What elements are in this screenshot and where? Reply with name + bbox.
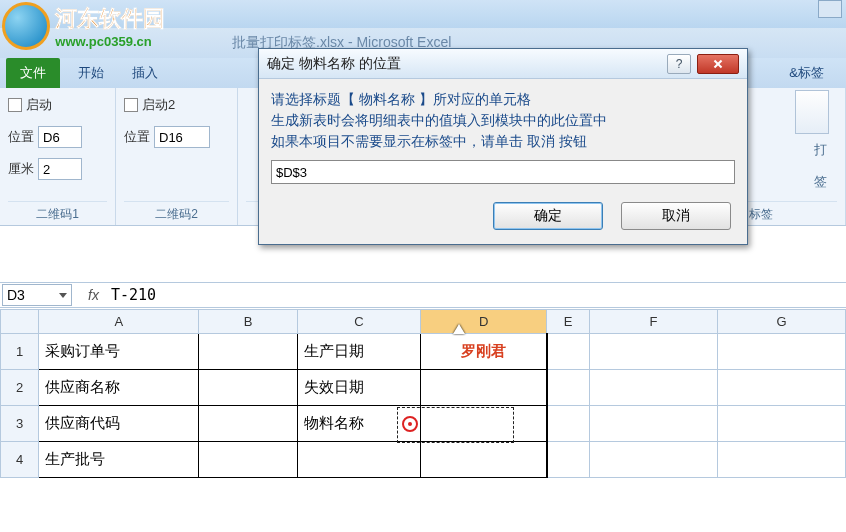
- table-row: 1 采购订单号 生产日期 罗刚君: [1, 334, 846, 370]
- row-2[interactable]: 2: [1, 370, 39, 406]
- table-row: 2 供应商名称 失效日期: [1, 370, 846, 406]
- cell-A1[interactable]: 采购订单号: [39, 334, 199, 370]
- cell-C4[interactable]: [297, 442, 421, 478]
- ok-button[interactable]: 确定: [493, 202, 603, 230]
- table-row: 4 生产批号: [1, 442, 846, 478]
- cell-B2[interactable]: [199, 370, 297, 406]
- pos2-label: 位置: [124, 128, 150, 146]
- col-D[interactable]: D: [421, 310, 547, 334]
- pos1-label: 位置: [8, 128, 34, 146]
- cell-F3[interactable]: [589, 406, 717, 442]
- tab-labels[interactable]: &标签: [775, 58, 838, 88]
- logo-text-url: www.pc0359.cn: [55, 34, 165, 49]
- fx-icon[interactable]: fx: [88, 287, 99, 303]
- dialog-line3: 如果本项目不需要显示在标签中，请单击 取消 按钮: [271, 131, 735, 152]
- enable-qr1-label: 启动: [26, 96, 52, 114]
- logo-text-cn: 河东软件园: [55, 4, 165, 34]
- cell-C1[interactable]: 生产日期: [297, 334, 421, 370]
- group-qr1: 二维码1: [8, 201, 107, 223]
- enable-qr2-checkbox[interactable]: [124, 98, 138, 112]
- cell-G3[interactable]: [717, 406, 845, 442]
- tab-file[interactable]: 文件: [6, 58, 60, 88]
- cell-D4[interactable]: [421, 442, 547, 478]
- formula-value: T-210: [111, 286, 156, 304]
- row-1[interactable]: 1: [1, 334, 39, 370]
- side-label-1: 打: [814, 141, 827, 159]
- col-E[interactable]: E: [547, 310, 590, 334]
- row-4[interactable]: 4: [1, 442, 39, 478]
- cell-A4[interactable]: 生产批号: [39, 442, 199, 478]
- col-G[interactable]: G: [717, 310, 845, 334]
- watermark-logo: 河东软件园 www.pc0359.cn: [2, 2, 165, 50]
- cell-D1[interactable]: 罗刚君: [421, 334, 547, 370]
- print-labels-button[interactable]: [795, 90, 829, 134]
- dialog-body: 请选择标题【 物料名称 】所对应的单元格 生成新表时会将明细表中的值填入到模块中…: [259, 79, 747, 194]
- cell-D2[interactable]: [421, 370, 547, 406]
- row-3[interactable]: 3: [1, 406, 39, 442]
- cell-B1[interactable]: [199, 334, 297, 370]
- tab-home[interactable]: 开始: [64, 58, 118, 88]
- spreadsheet-grid[interactable]: A B C D E F G 1 采购订单号 生产日期 罗刚君 2 供应商名称 失…: [0, 309, 846, 532]
- cell-B4[interactable]: [199, 442, 297, 478]
- tab-insert[interactable]: 插入: [118, 58, 172, 88]
- cell-E4[interactable]: [547, 442, 590, 478]
- cell-G1[interactable]: [717, 334, 845, 370]
- cm1-input[interactable]: [38, 158, 82, 180]
- enable-qr1-checkbox[interactable]: [8, 98, 22, 112]
- pos2-input[interactable]: [154, 126, 210, 148]
- col-C[interactable]: C: [297, 310, 421, 334]
- dialog-line2: 生成新表时会将明细表中的值填入到模块中的此位置中: [271, 110, 735, 131]
- input-dialog: 确定 物料名称 的位置 ? 请选择标题【 物料名称 】所对应的单元格 生成新表时…: [258, 48, 748, 245]
- cell-E2[interactable]: [547, 370, 590, 406]
- dialog-cell-ref-input[interactable]: [271, 160, 735, 184]
- name-box[interactable]: D3: [2, 284, 72, 306]
- cell-C2[interactable]: 失效日期: [297, 370, 421, 406]
- column-headers: A B C D E F G: [1, 310, 846, 334]
- dialog-title: 确定 物料名称 的位置: [267, 55, 401, 73]
- col-B[interactable]: B: [199, 310, 297, 334]
- cell-A2[interactable]: 供应商名称: [39, 370, 199, 406]
- cm1-label: 厘米: [8, 160, 34, 178]
- select-all[interactable]: [1, 310, 39, 334]
- cursor-icon: [453, 324, 465, 334]
- col-A[interactable]: A: [39, 310, 199, 334]
- cell-G2[interactable]: [717, 370, 845, 406]
- enable-qr2-label: 启动2: [142, 96, 175, 114]
- formula-bar: D3 fx T-210: [0, 282, 846, 308]
- logo-badge-icon: [2, 2, 50, 50]
- pos1-input[interactable]: [38, 126, 82, 148]
- col-F[interactable]: F: [589, 310, 717, 334]
- table-row: 3 供应商代码 物料名称: [1, 406, 846, 442]
- cell-F4[interactable]: [589, 442, 717, 478]
- dialog-titlebar[interactable]: 确定 物料名称 的位置 ?: [259, 49, 747, 79]
- cell-B3[interactable]: [199, 406, 297, 442]
- cell-E3[interactable]: [547, 406, 590, 442]
- cancel-button[interactable]: 取消: [621, 202, 731, 230]
- minimize-button[interactable]: [818, 0, 842, 18]
- chevron-down-icon[interactable]: [59, 293, 67, 298]
- group-qr2: 二维码2: [124, 201, 229, 223]
- dialog-help-button[interactable]: ?: [667, 54, 691, 74]
- window-controls: [816, 0, 842, 18]
- cell-D3[interactable]: [421, 406, 547, 442]
- cell-E1[interactable]: [547, 334, 590, 370]
- cell-F1[interactable]: [589, 334, 717, 370]
- dialog-line1: 请选择标题【 物料名称 】所对应的单元格: [271, 89, 735, 110]
- cell-G4[interactable]: [717, 442, 845, 478]
- cell-A3[interactable]: 供应商代码: [39, 406, 199, 442]
- side-label-2: 签: [814, 173, 827, 191]
- target-icon: [402, 416, 418, 432]
- cell-F2[interactable]: [589, 370, 717, 406]
- dialog-close-button[interactable]: [697, 54, 739, 74]
